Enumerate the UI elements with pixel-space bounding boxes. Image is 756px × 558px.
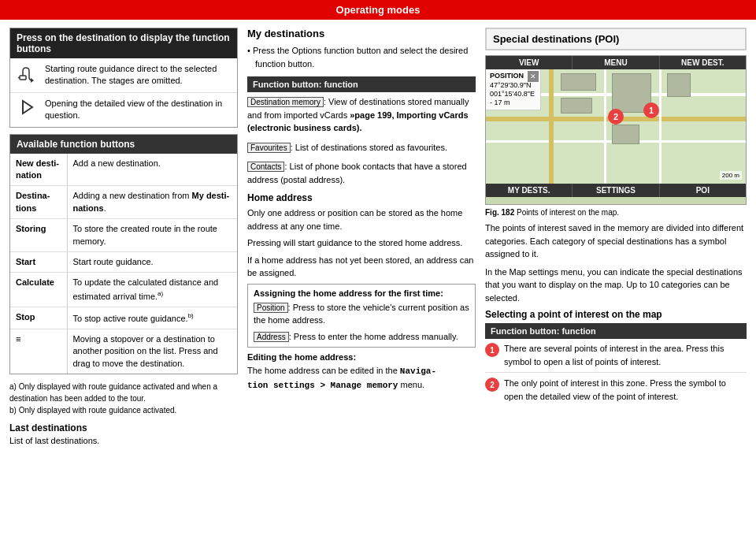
map-body: POSITION ✕ 47°29'30.9"N 001°15'40.8"E - …	[486, 69, 746, 184]
poi-item-1: 1 There are several points of interest i…	[485, 342, 747, 373]
address-btn[interactable]: Address	[254, 332, 289, 342]
poi-header: Special destinations (POI)	[485, 28, 747, 50]
poi-body-p2: In the Map settings menu, you can indica…	[485, 266, 747, 305]
map-close-btn[interactable]: ✕	[528, 71, 539, 82]
assign-address: Address: Press to enter the home address…	[254, 330, 469, 344]
func-btn-header2: Function button: function	[485, 323, 747, 339]
map-circle-1[interactable]: 1	[643, 102, 659, 118]
select-poi-header: Selecting a point of interest on the map	[485, 309, 747, 320]
favourites-btn[interactable]: Favourites	[247, 143, 291, 153]
func-name-stop: Stop	[10, 307, 67, 329]
edit-header: Editing the home address:	[247, 352, 476, 362]
avail-func-box: Available function buttons New desti-nat…	[9, 134, 238, 374]
route-icon	[17, 63, 39, 84]
map-image-box: VIEW MENU NEW DEST.	[485, 55, 747, 205]
left-column: Press on the destination to display the …	[9, 28, 238, 550]
table-row: ≡ Moving a stopover or a destination to …	[10, 329, 237, 374]
top-bar-label: Operating modes	[336, 4, 421, 16]
assign-box: Assigning the home address for the first…	[247, 284, 476, 348]
road-v2	[604, 69, 606, 184]
home-addr-p1: Only one address or position can be stor…	[247, 206, 476, 232]
table-row: Storing To store the created route in th…	[10, 219, 237, 252]
table-row: Destina-tions Adding a new destination f…	[10, 186, 237, 219]
arrow-icon	[17, 98, 39, 115]
poi-body-p1: The points of interest saved in the memo…	[485, 221, 747, 261]
map-settings-btn[interactable]: SETTINGS	[573, 184, 659, 197]
func-desc-start: Start route guidance.	[67, 251, 237, 272]
svg-marker-1	[31, 78, 34, 83]
map-circle-2[interactable]: 2	[608, 109, 624, 125]
func-table: New desti-nation Add a new destination. …	[10, 154, 237, 374]
func-name-storing: Storing	[10, 219, 67, 252]
dest-memory-btn[interactable]: Destination memory	[247, 97, 324, 107]
fig-text: Points of interest on the map.	[517, 208, 619, 217]
building4	[612, 125, 639, 144]
func-name-calc: Calculate	[10, 273, 67, 307]
home-addr-p2: Pressing will start guidance to the stor…	[247, 236, 476, 250]
last-dest-text: List of last destinations.	[9, 436, 238, 445]
func-contacts: Contacts: List of phone book contacts th…	[247, 160, 476, 186]
right-column: Special destinations (POI) VIEW MENU NEW…	[485, 28, 747, 550]
press-header: Press on the destination to display the …	[10, 28, 237, 58]
assign-position: Position: Press to store the vehicle's c…	[254, 301, 469, 327]
func-favourites: Favourites: List of destinations stored …	[247, 141, 476, 154]
map-position-panel: POSITION ✕ 47°29'30.9"N 001°15'40.8"E - …	[486, 69, 541, 110]
fig-label: Fig. 182	[485, 208, 514, 217]
avail-func-header: Available function buttons	[10, 135, 237, 154]
func-name-menu: ≡	[10, 329, 67, 374]
icon-text-arrow: Opening the detailed view of the destina…	[45, 98, 231, 122]
map-coord2: 001°15'40.8"E	[490, 90, 536, 98]
func-desc-stop: To stop active route guidance.b)	[67, 307, 237, 329]
map-newdest-btn[interactable]: NEW DEST.	[660, 56, 746, 69]
poi-circle-2: 2	[485, 378, 499, 392]
func-name-new-dest: New desti-nation	[10, 154, 67, 186]
func-dest-memory: Destination memory: View of destinations…	[247, 95, 476, 135]
map-toolbar: VIEW MENU NEW DEST.	[486, 56, 746, 69]
svg-marker-3	[23, 101, 32, 113]
map-bottom-bar: MY DESTS. SETTINGS POI	[486, 184, 746, 197]
map-mydests-btn[interactable]: MY DESTS.	[486, 184, 573, 197]
footnote-b: b) Only displayed with route guidance ac…	[9, 404, 238, 416]
mid-column: My destinations • Press the Options func…	[247, 28, 476, 550]
page-container: Operating modes Press on the destination…	[0, 0, 756, 558]
func-desc-dest: Adding a new destination from My desti­n…	[67, 186, 237, 219]
poi-text-1: There are several points of interest in …	[504, 342, 747, 368]
map-menu-btn[interactable]: MENU	[573, 56, 659, 69]
poi-text-2: The only point of interest in this zone.…	[504, 377, 747, 403]
func-name-start: Start	[10, 251, 67, 272]
building2	[561, 98, 592, 113]
icon-text-route: Starting route guidance direct to the se…	[45, 63, 231, 87]
building5	[667, 73, 691, 97]
icon-row-arrow: Opening the detailed view of the destina…	[10, 93, 237, 127]
position-btn[interactable]: Position	[254, 303, 288, 313]
footnote-area: a) Only displayed with route guidance ac…	[9, 381, 238, 416]
road-v1	[549, 69, 554, 184]
icon-row-route: Starting route guidance direct to the se…	[10, 58, 237, 93]
map-poi-btn[interactable]: POI	[660, 184, 746, 197]
map-coord1: 47°29'30.9"N	[490, 81, 536, 89]
my-dest-header: My destinations	[247, 28, 476, 39]
func-desc-menu: Moving a stopover or a destination to an…	[67, 329, 237, 374]
footnote-a: a) Only displayed with route guidance ac…	[9, 381, 238, 404]
contacts-btn[interactable]: Contacts	[247, 162, 284, 172]
table-row: Calculate To update the calculated dista…	[10, 273, 237, 307]
func-btn-header: Function button: function	[247, 76, 476, 92]
last-dest-header: Last destinations	[9, 422, 238, 433]
poi-numbered-list: 1 There are several points of interest i…	[485, 342, 747, 407]
func-desc-storing: To store the created route in the route …	[67, 219, 237, 252]
home-addr-p3: If a home address has not yet been store…	[247, 254, 476, 280]
map-view-btn[interactable]: VIEW	[486, 56, 573, 69]
table-row: New desti-nation Add a new destination.	[10, 154, 237, 186]
map-scale: 200 m	[720, 171, 742, 180]
poi-item-2: 2 The only point of interest in this zon…	[485, 377, 747, 407]
road-v3	[659, 69, 662, 184]
edit-content: The home address can be edited in the Na…	[247, 364, 476, 392]
func-desc-new-dest: Add a new destination.	[67, 154, 237, 186]
press-header-box: Press on the destination to display the …	[9, 28, 238, 128]
func-name-dest: Destina-tions	[10, 186, 67, 219]
poi-circle-1: 1	[485, 343, 499, 357]
home-addr-header: Home address	[247, 192, 476, 203]
top-bar: Operating modes	[0, 0, 756, 20]
map-dist: - 17 m	[490, 99, 536, 106]
content-area: Press on the destination to display the …	[0, 20, 756, 558]
